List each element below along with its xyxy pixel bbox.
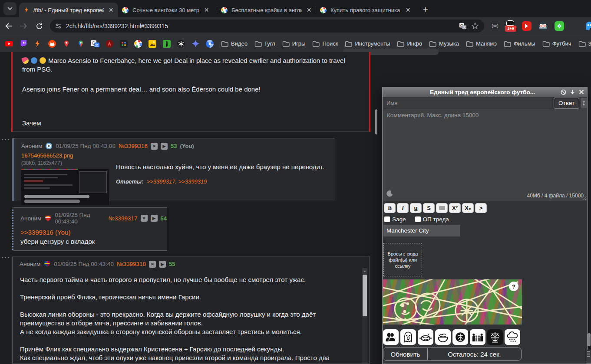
post-unfold-dots[interactable]: ··· bbox=[2, 254, 10, 261]
bookmark-folder[interactable]: Инфо bbox=[397, 40, 422, 47]
expand-post-button[interactable]: ▶ bbox=[151, 215, 158, 222]
post-number-link[interactable]: №3399318 bbox=[117, 261, 146, 267]
expand-post-button[interactable]: ▶ bbox=[161, 143, 168, 150]
post-scrollbar[interactable]: ▲ bbox=[362, 268, 367, 364]
browser-tab-4[interactable]: Купить правого защитника - П ✕ bbox=[316, 3, 415, 17]
arrow-down-icon[interactable] bbox=[570, 89, 575, 95]
captcha-option-busts-icon[interactable] bbox=[383, 329, 399, 345]
post-number-link[interactable]: №3399316 bbox=[119, 143, 148, 149]
captcha-option-pan-of-food-icon[interactable] bbox=[418, 329, 433, 345]
bookmark-folder[interactable]: Поиск bbox=[312, 40, 338, 47]
yandex-images-icon[interactable] bbox=[148, 39, 157, 48]
name-input[interactable] bbox=[383, 98, 552, 108]
bookmark-folder[interactable]: 3d bbox=[578, 40, 591, 47]
file-link[interactable]: 1675465666523.png bbox=[21, 152, 111, 159]
tab-search-button[interactable] bbox=[3, 2, 17, 15]
italic-button[interactable]: i bbox=[397, 203, 409, 213]
preview-scrollbar-thumb[interactable] bbox=[375, 109, 377, 134]
hide-post-button[interactable]: ✕ bbox=[149, 261, 156, 268]
ghost-extension-icon[interactable] bbox=[585, 21, 591, 31]
url-text[interactable]: 2ch.hk/ftb/res/3399232.html#3399315 bbox=[66, 23, 455, 30]
scroll-down-button[interactable] bbox=[581, 98, 587, 108]
camera-badge-icon[interactable]: 1+9 bbox=[505, 20, 515, 32]
gemini-icon[interactable] bbox=[191, 39, 200, 48]
superscript-button[interactable]: X² bbox=[449, 203, 461, 213]
post-unfold-dots[interactable]: ··· bbox=[2, 136, 10, 143]
bookmark-star-icon[interactable] bbox=[471, 22, 479, 30]
browser-tab-3[interactable]: Бесплатные крайки в англии - ✕ bbox=[217, 3, 316, 17]
refresh-captcha-button[interactable]: Обновить bbox=[383, 348, 428, 361]
twitch-icon[interactable] bbox=[19, 39, 28, 48]
address-bar[interactable]: 2ch.hk/ftb/res/3399232.html#3399315 G文 bbox=[50, 20, 484, 33]
spoiler-button[interactable] bbox=[436, 203, 448, 213]
google-icon[interactable] bbox=[134, 39, 142, 48]
google-translate-icon[interactable]: G文 bbox=[459, 22, 467, 30]
bookmark-folder[interactable]: Видео bbox=[221, 40, 248, 47]
bookmark-folder[interactable]: Инструменты bbox=[345, 40, 390, 47]
file-dropzone[interactable]: Бросьте сюда файл(ы) или ссылку bbox=[383, 243, 422, 276]
green-sparkle-icon[interactable] bbox=[555, 21, 564, 31]
back-button[interactable] bbox=[2, 20, 15, 33]
tab-close-icon[interactable]: ✕ bbox=[203, 7, 210, 14]
photo-grid-icon[interactable] bbox=[119, 39, 128, 48]
reddit-icon[interactable] bbox=[48, 39, 56, 48]
bookmark-folder[interactable]: Манямэ bbox=[466, 40, 497, 47]
underline-button[interactable]: u bbox=[410, 203, 422, 213]
close-icon[interactable] bbox=[579, 89, 584, 95]
scrollbar-thumb[interactable] bbox=[363, 275, 367, 316]
hide-post-button[interactable]: ✕ bbox=[151, 143, 158, 150]
captcha-image[interactable]: ? bbox=[383, 279, 522, 325]
reply-link[interactable]: >>3399317 bbox=[147, 178, 178, 185]
reply-button[interactable]: Ответ bbox=[554, 98, 579, 108]
openai-icon[interactable] bbox=[177, 39, 185, 48]
bookmark-folder[interactable]: Игры bbox=[282, 40, 306, 47]
comment-textarea[interactable] bbox=[383, 109, 587, 201]
hide-post-button[interactable]: ✕ bbox=[141, 215, 148, 222]
subject-input[interactable] bbox=[383, 225, 460, 236]
bookmark-folder[interactable]: Гугл bbox=[254, 40, 275, 47]
dark-red-app-icon[interactable] bbox=[105, 39, 114, 48]
captcha-option-forbidden-icon[interactable] bbox=[487, 329, 503, 345]
tab-close-icon[interactable]: ✕ bbox=[107, 7, 115, 14]
google-translate-icon[interactable]: G文 bbox=[91, 39, 99, 48]
reply-link[interactable]: >>3399319 bbox=[178, 178, 207, 185]
captcha-option-family-icon[interactable] bbox=[470, 329, 485, 345]
browser-tab-2[interactable]: Сочные вингбэки 30 метров о ✕ bbox=[118, 3, 217, 17]
block-icon[interactable] bbox=[561, 89, 566, 95]
op-option[interactable]: ОП треда bbox=[415, 216, 449, 223]
mail-icon[interactable]: ✉ bbox=[492, 21, 499, 31]
bold-button[interactable]: B bbox=[384, 203, 396, 213]
green-figure-icon[interactable] bbox=[162, 39, 171, 48]
op-checkbox[interactable] bbox=[415, 216, 421, 222]
2ch-lightning-icon[interactable] bbox=[33, 39, 42, 48]
tab-close-icon[interactable]: ✕ bbox=[305, 7, 313, 14]
crescent-moon-icon[interactable] bbox=[386, 190, 393, 199]
expand-post-button[interactable]: ▶ bbox=[159, 261, 166, 268]
bookmark-folder[interactable]: Музыка bbox=[429, 40, 459, 47]
captcha-option-ghost-icon[interactable] bbox=[400, 329, 416, 345]
goggles-icon[interactable] bbox=[538, 21, 548, 31]
captcha-option-rain-cloud-icon[interactable] bbox=[505, 329, 520, 345]
scrollbar-up-arrow[interactable]: ▲ bbox=[362, 268, 367, 274]
captcha-help-button[interactable]: ? bbox=[509, 282, 518, 291]
quote-button[interactable]: > bbox=[475, 203, 487, 213]
tab-close-icon[interactable]: ✕ bbox=[404, 7, 412, 14]
sage-checkbox[interactable] bbox=[384, 216, 390, 222]
browser-tab-ftb[interactable]: /ftb/ - Единый тред европейск ✕ bbox=[19, 3, 118, 17]
site-info-icon[interactable] bbox=[55, 23, 62, 29]
file-thumbnail[interactable] bbox=[21, 169, 109, 205]
captcha-option-bowl-of-food-icon[interactable] bbox=[435, 329, 451, 345]
reload-button[interactable] bbox=[33, 20, 46, 33]
youtube-icon[interactable] bbox=[5, 39, 13, 48]
red-pin-icon[interactable] bbox=[62, 39, 71, 48]
page-scrollbar-thumb[interactable] bbox=[588, 333, 591, 346]
new-tab-button[interactable]: + bbox=[419, 3, 432, 16]
bookmark-folder[interactable]: Фильмы bbox=[504, 40, 535, 47]
forward-button[interactable] bbox=[17, 20, 30, 33]
captcha-option-secret-circle-icon[interactable] bbox=[452, 329, 468, 345]
reply-quote-link[interactable]: >>3399316 (You) bbox=[20, 229, 70, 236]
post-number-link[interactable]: №3399317 bbox=[108, 215, 137, 222]
blue-pinwheel-icon[interactable] bbox=[205, 39, 214, 48]
video-play-icon[interactable] bbox=[522, 21, 532, 31]
google-maps-icon[interactable] bbox=[76, 39, 85, 48]
